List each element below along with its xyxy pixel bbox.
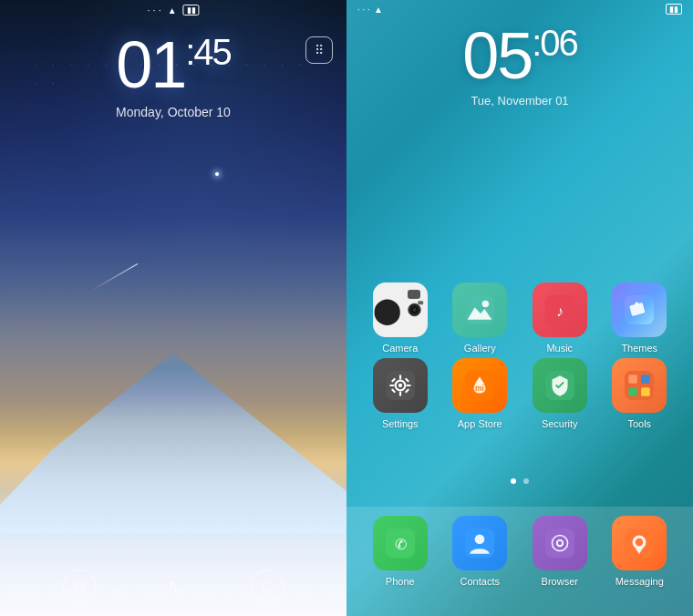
app-camera[interactable]: Camera <box>364 282 437 354</box>
app-tools[interactable]: Tools <box>603 358 676 429</box>
flashlight-button[interactable]: ◎ <box>63 570 96 602</box>
app-security[interactable]: Security <box>523 358 596 429</box>
svg-rect-31 <box>641 387 650 396</box>
home-signal-dots: · · · <box>357 5 370 15</box>
tools-icon <box>612 358 667 413</box>
lock-screen: · · · ▲ ▮▮ 01:45 Monday, October 10 ◎ ∧ … <box>0 0 346 616</box>
app-phone[interactable]: ✆ Phone <box>364 516 437 587</box>
home-minutes: 06 <box>540 23 577 63</box>
lock-minutes: 45 <box>193 32 231 72</box>
app-appstore[interactable]: mi App Store <box>443 358 516 429</box>
svg-rect-16 <box>399 375 401 379</box>
svg-point-35 <box>475 534 485 544</box>
svg-rect-18 <box>389 385 394 386</box>
browser-label: Browser <box>542 576 578 587</box>
messaging-label: Messaging <box>615 576 664 587</box>
app-browser[interactable]: Browser <box>523 516 596 587</box>
app-music[interactable]: ♪ Music <box>523 282 596 354</box>
app-contacts[interactable]: Contacts <box>443 516 516 587</box>
lock-time: 01:45 <box>0 32 346 98</box>
lock-hour: 01 <box>116 28 185 101</box>
svg-text:mi: mi <box>475 384 484 393</box>
security-icon <box>533 358 587 413</box>
music-label: Music <box>546 343 573 354</box>
lock-colon-min: :45 <box>185 32 231 72</box>
app-themes[interactable]: Themes <box>603 282 676 354</box>
contacts-label: Contacts <box>460 576 500 587</box>
lock-bottom-bar: ◎ ∧ ⬡ <box>0 570 346 602</box>
app-settings[interactable]: Settings <box>364 358 437 429</box>
home-battery-icon: ▮▮ <box>666 4 682 15</box>
svg-rect-17 <box>399 391 401 395</box>
svg-point-3 <box>412 308 416 312</box>
svg-text:♪: ♪ <box>556 303 564 319</box>
svg-rect-28 <box>629 375 638 384</box>
appstore-label: App Store <box>458 418 502 429</box>
status-bar-left: · · · ▲ ▮▮ <box>0 0 346 18</box>
settings-icon <box>373 358 428 413</box>
app-gallery[interactable]: Gallery <box>443 282 516 354</box>
home-screen: · · · ▲ ▮▮ 05:06 Tue, November 01 <box>346 0 693 616</box>
themes-svg <box>625 295 654 324</box>
tools-svg <box>625 371 654 400</box>
page-dots <box>346 478 693 484</box>
settings-label: Settings <box>382 418 419 429</box>
home-date: Tue, November 01 <box>346 94 693 108</box>
gallery-label: Gallery <box>464 343 496 354</box>
svg-rect-5 <box>465 295 494 324</box>
home-hour: 05 <box>462 19 532 92</box>
camera-svg <box>401 295 428 324</box>
home-status-left: · · · ▲ <box>357 5 383 15</box>
bottom-dock: ✆ Phone Contacts <box>346 507 693 616</box>
home-time-container: 05:06 Tue, November 01 <box>346 23 693 108</box>
svg-rect-19 <box>406 385 410 386</box>
dots-button[interactable] <box>305 36 333 64</box>
contacts-icon <box>452 516 507 570</box>
svg-point-7 <box>482 301 489 307</box>
signal-indicators: · · · ▲ ▮▮ <box>147 5 199 15</box>
svg-point-15 <box>398 384 402 387</box>
app-messaging[interactable]: Messaging <box>603 516 676 587</box>
appstore-icon: mi <box>452 358 507 413</box>
camera-label: Camera <box>382 343 418 354</box>
messaging-icon <box>612 516 667 570</box>
messaging-svg <box>625 529 654 558</box>
camera-shortcut-icon: ⬡ <box>262 579 273 593</box>
home-status-right: ▮▮ <box>666 4 682 15</box>
app-row-3: ✆ Phone Contacts <box>360 516 679 587</box>
phone-icon: ✆ <box>373 516 428 570</box>
signal-dots: · · · <box>147 5 160 15</box>
gallery-svg <box>465 295 494 324</box>
phone-label: Phone <box>386 576 415 587</box>
appstore-svg: mi <box>465 371 494 400</box>
security-svg <box>545 371 574 400</box>
home-colon-min: :06 <box>532 23 577 63</box>
music-icon: ♪ <box>533 282 587 337</box>
home-wifi-icon: ▲ <box>374 5 383 15</box>
contacts-svg <box>465 529 494 558</box>
svg-text:✆: ✆ <box>394 537 406 552</box>
page-dot-2 <box>523 478 529 484</box>
svg-point-39 <box>558 541 562 545</box>
phone-svg: ✆ <box>386 529 415 558</box>
browser-icon <box>533 516 587 570</box>
home-time: 05:06 <box>346 23 693 88</box>
gallery-icon <box>452 282 507 337</box>
svg-rect-29 <box>641 375 650 384</box>
camera-shortcut-button[interactable]: ⬡ <box>251 570 284 602</box>
bright-star <box>215 172 219 176</box>
swipe-up-indicator: ∧ <box>167 576 179 596</box>
camera-icon <box>373 282 428 337</box>
svg-rect-30 <box>629 387 638 396</box>
wifi-icon-left: ▲ <box>168 5 177 15</box>
security-label: Security <box>542 418 578 429</box>
app-row-2: Settings mi App Store <box>360 358 679 429</box>
settings-svg <box>386 371 415 400</box>
app-grid: Camera Gallery ♪ <box>346 282 693 434</box>
music-svg: ♪ <box>545 295 574 324</box>
tools-label: Tools <box>627 418 651 429</box>
svg-point-42 <box>636 539 644 547</box>
app-row-1: Camera Gallery ♪ <box>360 282 679 354</box>
home-status-bar: · · · ▲ ▮▮ <box>346 0 693 18</box>
svg-rect-4 <box>418 301 423 304</box>
